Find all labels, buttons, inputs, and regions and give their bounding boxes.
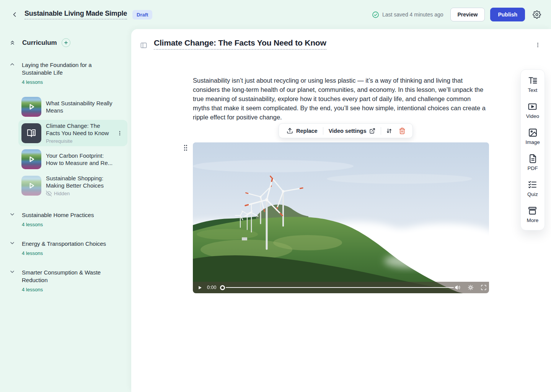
add-quiz-button[interactable]: Quiz	[527, 180, 538, 197]
tool-label: Image	[525, 139, 540, 145]
curriculum-section[interactable]: Energy & Transportation Choices 4 lesson…	[9, 240, 127, 256]
curriculum-section[interactable]: Smarter Consumption & Waste Reduction 4 …	[9, 269, 127, 292]
move-block-button[interactable]	[383, 125, 396, 137]
player-gear-icon	[468, 284, 474, 291]
text-icon	[528, 76, 538, 85]
lesson-options-button[interactable]	[533, 40, 543, 50]
tool-label: PDF	[528, 165, 538, 171]
chevrons-up-icon	[9, 39, 16, 46]
chevron-down-icon[interactable]	[9, 240, 15, 246]
content-elements-toolbar: Text Video Image PDF Quiz	[520, 69, 545, 230]
section-title: Sustainable Home Practices	[22, 211, 110, 219]
play-icon	[21, 97, 41, 117]
tool-label: Quiz	[527, 191, 538, 197]
section-title: Laying the Foundation for a Sustainable …	[22, 61, 110, 77]
replace-button[interactable]: Replace	[283, 125, 321, 136]
archive-box-icon	[528, 206, 537, 216]
curriculum-section[interactable]: Sustainable Home Practices 4 lessons	[9, 211, 127, 227]
curriculum-section[interactable]: Laying the Foundation for a Sustainable …	[9, 61, 127, 85]
volume-button[interactable]	[454, 284, 461, 291]
lesson-row[interactable]: Your Carbon Footprint: How to Measure an…	[18, 147, 127, 172]
lesson-title: What Sustainability Really Means	[46, 100, 114, 114]
lesson-row-hidden[interactable]: Sustainable Shopping: Making Better Choi…	[18, 172, 127, 199]
section-lesson-count: 4 lessons	[22, 250, 127, 256]
publish-button[interactable]: Publish	[490, 8, 525, 21]
course-title[interactable]: Sustainable Living Made Simple	[24, 10, 127, 20]
kebab-icon	[535, 42, 541, 48]
progress-track[interactable]	[226, 287, 454, 288]
curriculum-title: Curriculum	[22, 39, 57, 47]
video-settings-button[interactable]: Video settings	[325, 126, 380, 136]
settings-button[interactable]	[531, 9, 543, 20]
lesson-title: Climate Change: The Facts You Need to Kn…	[46, 122, 111, 137]
chevron-down-icon[interactable]	[9, 269, 15, 275]
tool-label: More	[527, 217, 539, 223]
add-text-button[interactable]: Text	[528, 76, 538, 93]
toolbar-divider	[323, 127, 323, 135]
volume-icon	[455, 284, 461, 291]
arrows-down-up-icon	[386, 127, 393, 134]
add-video-button[interactable]: Video	[526, 102, 539, 119]
tool-label: Text	[528, 87, 538, 93]
lesson-title: Your Carbon Footprint: How to Measure an…	[46, 152, 114, 167]
lesson-row[interactable]: What Sustainability Really Means	[18, 95, 127, 119]
gear-icon	[533, 10, 541, 19]
play-icon	[21, 176, 41, 196]
quiz-checklist-icon	[528, 180, 537, 189]
kebab-icon	[117, 130, 123, 136]
wind-farm-video-frame	[193, 142, 489, 293]
panel-left-icon	[140, 42, 147, 49]
lesson-row-selected[interactable]: Climate Change: The Facts You Need to Kn…	[18, 120, 127, 146]
lesson-page-title[interactable]: Climate Change: The Facts You Need to Kn…	[154, 38, 326, 50]
upload-icon	[287, 127, 293, 134]
check-circle-icon	[372, 11, 379, 18]
curriculum-header: Curriculum	[9, 38, 127, 47]
add-section-button[interactable]	[62, 38, 70, 47]
pdf-file-icon	[528, 154, 538, 163]
lesson-editor-panel: Climate Change: The Facts You Need to Kn…	[131, 29, 551, 392]
lesson-title: Sustainable Shopping: Making Better Choi…	[46, 175, 114, 189]
scrubber-handle[interactable]	[220, 285, 225, 290]
collapse-all-button[interactable]	[9, 39, 16, 46]
more-elements-button[interactable]: More	[527, 206, 539, 223]
reading-thumbnail	[21, 123, 41, 143]
block-drag-handle[interactable]	[181, 144, 190, 152]
chevron-up-icon[interactable]	[9, 61, 15, 67]
add-pdf-button[interactable]: PDF	[528, 154, 538, 171]
toolbar-divider	[381, 127, 381, 135]
play-button[interactable]	[197, 284, 203, 291]
lesson-prerequisite-label: Prerequisite	[46, 138, 111, 144]
delete-block-button[interactable]	[396, 125, 409, 137]
curriculum-sidebar: Curriculum Laying the Foundation for a S…	[0, 29, 131, 392]
video-block-toolbar: Replace Video settings	[279, 123, 413, 138]
section-title: Energy & Transportation Choices	[22, 240, 110, 248]
book-open-icon	[27, 129, 36, 138]
last-saved-status: Last saved 4 minutes ago	[372, 11, 443, 18]
fullscreen-button[interactable]	[480, 284, 487, 291]
lesson-intro-paragraph[interactable]: Sustainability isn’t just about recyclin…	[193, 76, 489, 122]
preview-button[interactable]: Preview	[450, 8, 485, 21]
section-lesson-count: 4 lessons	[22, 222, 127, 227]
play-icon	[197, 285, 202, 290]
video-controls-bar: 0:00	[193, 282, 489, 293]
drag-dots-icon	[183, 144, 188, 152]
add-image-button[interactable]: Image	[525, 128, 540, 145]
lesson-menu-button[interactable]	[115, 129, 124, 138]
back-button[interactable]	[9, 9, 20, 20]
section-lesson-count: 4 lessons	[22, 287, 127, 292]
lesson-hidden-label: Hidden	[54, 191, 70, 196]
video-player[interactable]: 0:00	[193, 142, 489, 293]
video-settings-label: Video settings	[329, 128, 367, 134]
plus-icon	[64, 40, 68, 45]
sidebar-toggle-button[interactable]	[139, 40, 149, 51]
section-title: Smarter Consumption & Waste Reduction	[22, 269, 110, 284]
last-saved-text: Last saved 4 minutes ago	[382, 11, 443, 18]
chevron-down-icon[interactable]	[9, 211, 15, 217]
video-icon	[528, 102, 537, 111]
play-icon	[21, 149, 41, 169]
course-editor-app: Sustainable Living Made Simple Draft Las…	[0, 0, 551, 392]
quality-settings-button[interactable]	[467, 284, 474, 291]
section-lesson-count: 4 lessons	[22, 79, 127, 85]
fullscreen-icon	[481, 284, 487, 291]
video-thumbnail-faded	[21, 176, 41, 196]
